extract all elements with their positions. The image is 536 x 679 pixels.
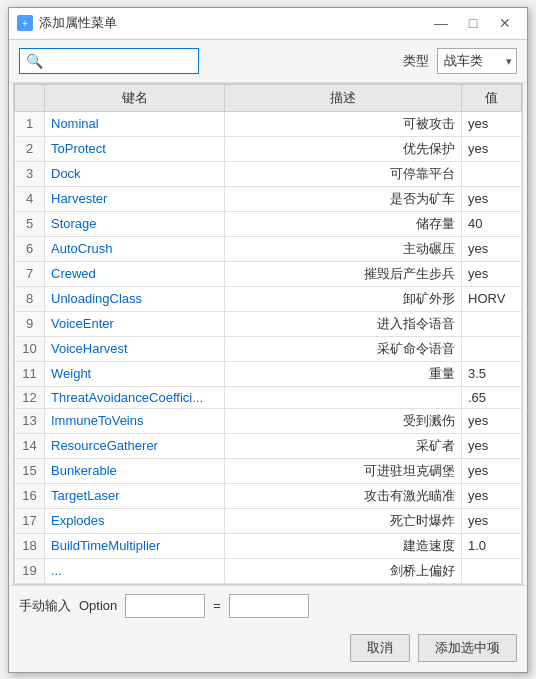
maximize-button[interactable]: □: [459, 13, 487, 33]
add-button[interactable]: 添加选中项: [418, 634, 517, 662]
row-id: 11: [15, 361, 45, 386]
row-key: ...: [45, 558, 225, 583]
table-row[interactable]: 5 Storage 储存量 40: [15, 211, 522, 236]
row-value: .65: [462, 386, 522, 408]
row-key: Weight: [45, 361, 225, 386]
type-select[interactable]: 战车类 步兵类 建筑类: [437, 48, 517, 74]
table-row[interactable]: 3 Dock 可停靠平台: [15, 161, 522, 186]
row-desc: 可停靠平台: [225, 161, 462, 186]
table-row[interactable]: 6 AutoCrush 主动碾压 yes: [15, 236, 522, 261]
row-id: 12: [15, 386, 45, 408]
row-id: 3: [15, 161, 45, 186]
table-container: 键名 描述 值 1 Nominal 可被攻击 yes 2 ToProtect 优…: [13, 83, 523, 585]
search-input[interactable]: [47, 53, 187, 68]
table-row[interactable]: 17 Explodes 死亡时爆炸 yes: [15, 508, 522, 533]
buttons-bar: 取消 添加选中项: [9, 626, 527, 672]
row-key: Harvester: [45, 186, 225, 211]
row-value: yes: [462, 433, 522, 458]
table-row[interactable]: 1 Nominal 可被攻击 yes: [15, 111, 522, 136]
row-desc: 摧毁后产生步兵: [225, 261, 462, 286]
row-key: AutoCrush: [45, 236, 225, 261]
table-row[interactable]: 11 Weight 重量 3.5: [15, 361, 522, 386]
row-value: [462, 336, 522, 361]
row-value: yes: [462, 111, 522, 136]
cancel-button[interactable]: 取消: [350, 634, 410, 662]
row-value: 40: [462, 211, 522, 236]
table-row[interactable]: 15 Bunkerable 可进驻坦克碉堡 yes: [15, 458, 522, 483]
title-bar: + 添加属性菜单 — □ ✕: [9, 8, 527, 40]
col-key-header: 键名: [45, 84, 225, 111]
row-id: 6: [15, 236, 45, 261]
row-key: Bunkerable: [45, 458, 225, 483]
row-key: Nominal: [45, 111, 225, 136]
row-desc: 可被攻击: [225, 111, 462, 136]
row-value: 1.0: [462, 533, 522, 558]
row-value: 3.5: [462, 361, 522, 386]
row-desc: 重量: [225, 361, 462, 386]
table-row[interactable]: 7 Crewed 摧毁后产生步兵 yes: [15, 261, 522, 286]
col-desc-header: 描述: [225, 84, 462, 111]
row-id: 1: [15, 111, 45, 136]
row-id: 14: [15, 433, 45, 458]
search-icon: 🔍: [26, 53, 43, 69]
table-row[interactable]: 19 ... 剑桥上偏好: [15, 558, 522, 583]
row-id: 10: [15, 336, 45, 361]
title-controls: — □ ✕: [427, 13, 519, 33]
row-desc: 剑桥上偏好: [225, 558, 462, 583]
row-value: [462, 161, 522, 186]
row-id: 4: [15, 186, 45, 211]
table-row[interactable]: 13 ImmuneToVeins 受到溅伤 yes: [15, 408, 522, 433]
row-desc: 建造速度: [225, 533, 462, 558]
table-row[interactable]: 2 ToProtect 优先保护 yes: [15, 136, 522, 161]
row-key: Crewed: [45, 261, 225, 286]
row-value: yes: [462, 236, 522, 261]
row-key: VoiceEnter: [45, 311, 225, 336]
minimize-button[interactable]: —: [427, 13, 455, 33]
row-value: yes: [462, 186, 522, 211]
row-value: [462, 558, 522, 583]
type-label: 类型: [403, 52, 429, 70]
row-id: 19: [15, 558, 45, 583]
close-button[interactable]: ✕: [491, 13, 519, 33]
row-id: 16: [15, 483, 45, 508]
option-input[interactable]: [125, 594, 205, 618]
row-value: yes: [462, 136, 522, 161]
row-key: Explodes: [45, 508, 225, 533]
row-value: yes: [462, 408, 522, 433]
table-row[interactable]: 8 UnloadingClass 卸矿外形 HORV: [15, 286, 522, 311]
row-key: Storage: [45, 211, 225, 236]
main-window: + 添加属性菜单 — □ ✕ 🔍 类型 战车类 步兵类 建筑类: [8, 7, 528, 673]
row-key: TargetLaser: [45, 483, 225, 508]
row-desc: [225, 386, 462, 408]
row-key: ToProtect: [45, 136, 225, 161]
table-row[interactable]: 9 VoiceEnter 进入指令语音: [15, 311, 522, 336]
value-input[interactable]: [229, 594, 309, 618]
row-id: 8: [15, 286, 45, 311]
row-desc: 采矿命令语音: [225, 336, 462, 361]
table-row[interactable]: 16 TargetLaser 攻击有激光瞄准 yes: [15, 483, 522, 508]
row-id: 5: [15, 211, 45, 236]
row-key: ThreatAvoidanceCoeffici...: [45, 386, 225, 408]
equals-label: =: [213, 598, 221, 613]
row-desc: 进入指令语音: [225, 311, 462, 336]
row-id: 15: [15, 458, 45, 483]
table-row[interactable]: 14 ResourceGatherer 采矿者 yes: [15, 433, 522, 458]
row-key: VoiceHarvest: [45, 336, 225, 361]
row-value: yes: [462, 508, 522, 533]
table-row[interactable]: 4 Harvester 是否为矿车 yes: [15, 186, 522, 211]
row-id: 18: [15, 533, 45, 558]
col-id-header: [15, 84, 45, 111]
table-row[interactable]: 10 VoiceHarvest 采矿命令语音: [15, 336, 522, 361]
table-row[interactable]: 12 ThreatAvoidanceCoeffici... .65: [15, 386, 522, 408]
row-id: 13: [15, 408, 45, 433]
window-title: 添加属性菜单: [39, 14, 117, 32]
window-icon: +: [17, 15, 33, 31]
row-key: UnloadingClass: [45, 286, 225, 311]
table-header-row: 键名 描述 值: [15, 84, 522, 111]
table-row[interactable]: 18 BuildTimeMultiplier 建造速度 1.0: [15, 533, 522, 558]
row-key: Dock: [45, 161, 225, 186]
search-box: 🔍: [19, 48, 199, 74]
row-key: ImmuneToVeins: [45, 408, 225, 433]
row-desc: 主动碾压: [225, 236, 462, 261]
row-key: BuildTimeMultiplier: [45, 533, 225, 558]
